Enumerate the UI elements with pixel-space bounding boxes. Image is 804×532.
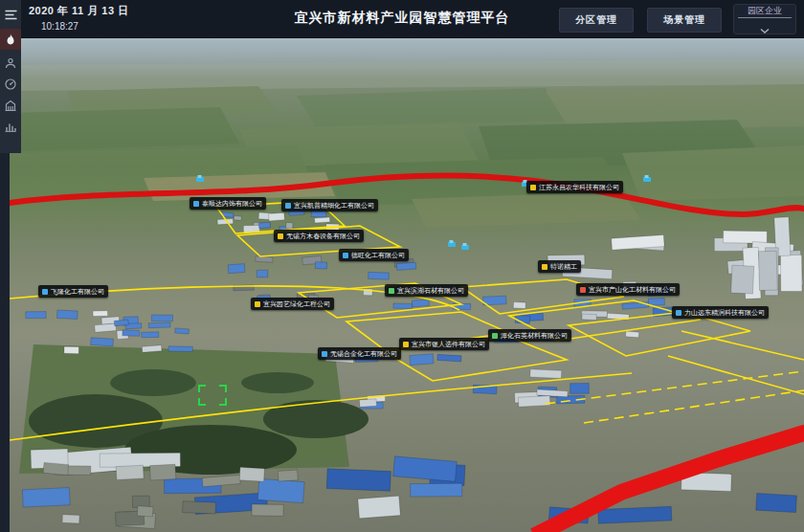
map-marker[interactable]: 特诺精工: [538, 260, 581, 273]
building-icon[interactable]: [0, 95, 21, 116]
marker-label: 无锡方木春设备有限公司: [286, 230, 360, 242]
map-marker[interactable]: 宜兴市银人选件有限公司: [399, 338, 489, 350]
map-3d-view[interactable]: 飞隆化工有限公司泰顺达内饰有限公司宜兴凯普精细化工有限公司无锡方木春设备有限公司…: [10, 38, 804, 532]
map-marker[interactable]: 泰顺达内饰有限公司: [190, 197, 266, 210]
marker-company-icon: [343, 253, 348, 258]
marker-company-icon: [580, 287, 586, 293]
dropdown-underline: [738, 17, 792, 18]
marker-company-icon: [530, 185, 536, 190]
marker-company-icon: [492, 333, 498, 339]
map-marker[interactable]: 宜兴凯普精细化工有限公司: [281, 199, 378, 211]
marker-label: 德旺化工有限公司: [351, 249, 405, 261]
marker-label: 飞隆化工有限公司: [51, 285, 104, 298]
sidebar: [0, 0, 21, 153]
marker-company-icon: [255, 301, 260, 307]
chevron-down-icon: [734, 20, 795, 37]
marker-label: 力山远东精润科技有限公司: [684, 306, 765, 319]
marker-label: 宜兴市产山化工材料有限公司: [589, 283, 676, 296]
marker-company-icon: [389, 288, 394, 294]
marker-company-icon: [403, 342, 409, 347]
app-window: 飞隆化工有限公司泰顺达内饰有限公司宜兴凯普精细化工有限公司无锡方木春设备有限公司…: [0, 0, 804, 532]
map-marker[interactable]: 潭化石英材料有限公司: [488, 329, 571, 342]
map-marker[interactable]: 宜兴园艺绿化工程公司: [251, 298, 334, 310]
farmland-patches: [10, 59, 804, 228]
marker-company-icon: [193, 201, 199, 207]
marker-label: 特诺精工: [550, 260, 577, 273]
zone-management-button[interactable]: 分区管理: [559, 8, 634, 33]
marker-company-icon: [42, 289, 48, 295]
marker-company-icon: [676, 310, 681, 316]
map-marker[interactable]: 无锡方木春设备有限公司: [274, 230, 364, 242]
marker-label: 宜兴凯普精细化工有限公司: [294, 199, 374, 211]
marker-label: 无锡合金化工有限公司: [330, 347, 397, 360]
park-enterprise-dropdown[interactable]: 园区企业: [733, 4, 796, 34]
map-marker[interactable]: 力山远东精润科技有限公司: [672, 306, 769, 319]
map-marker[interactable]: 宜兴市产山化工材料有限公司: [576, 283, 680, 296]
dropdown-label: 园区企业: [734, 5, 795, 17]
map-marker[interactable]: 飞隆化工有限公司: [38, 285, 108, 298]
marker-label: 宜兴园艺绿化工程公司: [263, 298, 330, 310]
header-buttons: 分区管理 场景管理: [559, 8, 722, 33]
marker-company-icon: [542, 264, 547, 270]
selection-brackets: [198, 385, 227, 406]
marker-company-icon: [285, 203, 291, 209]
user-icon[interactable]: [0, 53, 21, 74]
scene-management-button[interactable]: 场景管理: [647, 8, 722, 33]
map-marker[interactable]: 宜兴滨湖石材有限公司: [385, 284, 468, 297]
header-bar: 2020 年 11 月 13 日 10:18:27 宜兴市新材料产业园智慧管理平…: [0, 0, 804, 38]
marker-label: 江苏永昌农华科技有限公司: [539, 181, 619, 193]
fire-icon[interactable]: [0, 29, 21, 50]
gauge-icon[interactable]: [0, 74, 21, 95]
marker-label: 潭化石英材料有限公司: [501, 329, 568, 342]
map-marker[interactable]: 无锡合金化工有限公司: [318, 347, 401, 360]
marker-label: 宜兴滨湖石材有限公司: [397, 284, 464, 297]
bar-chart-icon[interactable]: [0, 116, 21, 137]
marker-label: 泰顺达内饰有限公司: [202, 197, 262, 210]
map-marker[interactable]: 江苏永昌农华科技有限公司: [526, 181, 623, 193]
marker-company-icon: [278, 233, 283, 239]
menu-icon[interactable]: [0, 4, 21, 25]
marker-company-icon: [322, 351, 327, 357]
marker-label: 宜兴市银人选件有限公司: [412, 338, 485, 350]
map-marker[interactable]: 德旺化工有限公司: [339, 249, 409, 261]
